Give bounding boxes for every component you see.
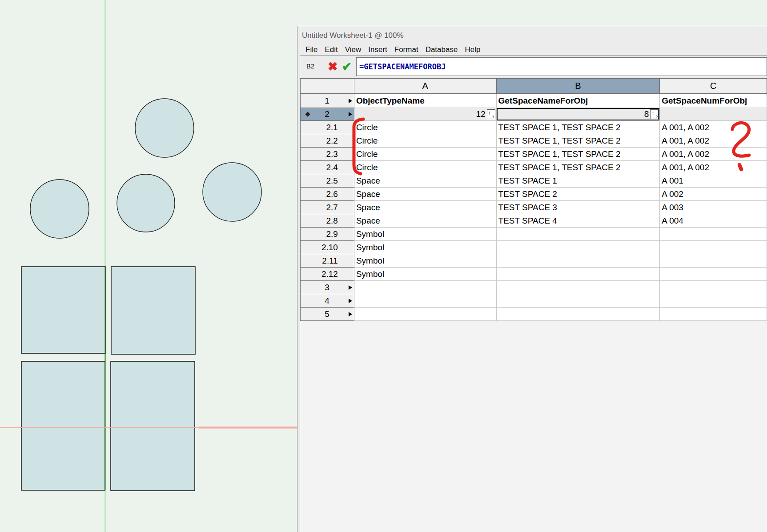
space-rectangle-object[interactable] — [21, 361, 105, 490]
space-rectangle-object[interactable] — [111, 361, 195, 491]
cell-a2[interactable]: 12 ↑ 1 — [354, 108, 497, 121]
cell-object-type[interactable]: Space — [354, 201, 497, 214]
menu-item-edit[interactable]: Edit — [321, 45, 341, 54]
cell-empty[interactable] — [660, 308, 767, 321]
row-header[interactable]: 2.9 — [301, 228, 354, 241]
cell-object-type[interactable]: Symbol — [354, 268, 497, 281]
cell-object-type[interactable]: Circle — [354, 161, 497, 174]
cell-object-type[interactable]: Space — [354, 188, 497, 201]
cell-space-num[interactable]: A 001, A 002 — [660, 148, 767, 161]
cell-object-type[interactable]: Symbol — [354, 228, 497, 241]
cell-space-name[interactable]: TEST SPACE 1, TEST SPACE 2 — [497, 134, 660, 148]
cell-space-num[interactable]: A 002 — [660, 188, 767, 201]
row-header-2[interactable]: 2 — [301, 108, 354, 121]
row-header[interactable]: 2.8 — [301, 214, 354, 228]
cell-space-name[interactable] — [497, 241, 660, 254]
cell-empty[interactable] — [497, 294, 660, 308]
circle-object[interactable] — [30, 180, 89, 238]
row-expand-triangle-icon[interactable] — [349, 285, 352, 290]
column-header-c[interactable]: C — [660, 79, 767, 94]
row-header[interactable]: 2.5 — [301, 174, 354, 188]
formula-input[interactable]: =GETSPACENAMEFOROBJ — [356, 57, 767, 76]
cell-space-name[interactable]: TEST SPACE 3 — [497, 201, 660, 214]
row-header[interactable]: 2.7 — [301, 201, 354, 214]
cell-space-num[interactable]: A 003 — [660, 201, 767, 214]
row-expand-triangle-icon[interactable] — [349, 299, 352, 303]
cell-space-name[interactable]: TEST SPACE 4 — [497, 214, 660, 228]
cell-space-num[interactable]: A 001 — [660, 174, 767, 188]
cell-empty[interactable] — [354, 281, 497, 294]
menu-item-database[interactable]: Database — [422, 45, 462, 54]
row-header[interactable]: 2.1 — [301, 121, 354, 134]
cell-space-num[interactable] — [660, 268, 767, 281]
cell-object-type[interactable]: Circle — [354, 121, 497, 134]
cell-space-name[interactable]: TEST SPACE 1, TEST SPACE 2 — [497, 148, 660, 161]
cell-reference: B2 — [306, 62, 314, 70]
row-header[interactable]: 5 — [301, 308, 354, 321]
sort-ascending-icon[interactable]: ↑ 2 — [650, 109, 659, 119]
row-header[interactable]: 2.11 — [301, 254, 354, 268]
cell-space-name[interactable]: TEST SPACE 1 — [497, 174, 660, 188]
cell-object-type[interactable]: Circle — [354, 134, 497, 148]
cell-space-num[interactable]: A 004 — [660, 214, 767, 228]
row-header[interactable]: 2.6 — [301, 188, 354, 201]
circle-object[interactable] — [117, 174, 175, 232]
cell-a1[interactable]: ObjectTypeName — [354, 94, 497, 108]
circle-object[interactable] — [135, 99, 194, 157]
row-header[interactable]: 3 — [301, 281, 354, 294]
worksheet-titlebar[interactable]: Untitled Worksheet-1 @ 100% — [300, 26, 767, 44]
cell-space-num[interactable] — [660, 241, 767, 254]
row-expand-triangle-icon[interactable] — [349, 312, 352, 316]
cell-object-type[interactable]: Space — [354, 214, 497, 228]
menu-item-insert[interactable]: Insert — [365, 45, 391, 54]
row-header[interactable]: 2.10 — [301, 241, 354, 254]
row-expand-triangle-icon[interactable] — [349, 99, 352, 103]
cell-space-num[interactable]: A 001, A 002 — [660, 134, 767, 148]
column-header-a[interactable]: A — [354, 79, 497, 94]
row-header[interactable]: 2.2 — [301, 134, 354, 148]
cell-space-name[interactable] — [497, 228, 660, 241]
cell-object-type[interactable]: Symbol — [354, 241, 497, 254]
column-header-b[interactable]: B — [497, 79, 660, 94]
menu-item-view[interactable]: View — [341, 45, 365, 54]
cell-c1[interactable]: GetSpaceNumForObj — [660, 94, 767, 108]
cell-space-num[interactable] — [660, 228, 767, 241]
cell-space-name[interactable]: TEST SPACE 2 — [497, 188, 660, 201]
grid-corner-cell[interactable] — [301, 79, 354, 94]
menu-item-format[interactable]: Format — [391, 45, 422, 54]
row-header[interactable]: 4 — [301, 294, 354, 308]
row-expand-triangle-icon[interactable] — [349, 112, 352, 116]
cell-object-type[interactable]: Symbol — [354, 254, 497, 268]
cell-b2-selected[interactable]: 8 ↑ 2 — [497, 108, 660, 121]
cell-space-name[interactable] — [497, 268, 660, 281]
cell-space-num[interactable] — [660, 254, 767, 268]
row-header[interactable]: 2.3 — [301, 148, 354, 161]
space-rectangle-object[interactable] — [111, 267, 195, 354]
cell-space-num[interactable]: A 001, A 002 — [660, 121, 767, 134]
cell-space-num[interactable]: A 001, A 002 — [660, 161, 767, 174]
cell-c2[interactable] — [660, 108, 767, 121]
confirm-formula-icon[interactable]: ✔ — [342, 59, 352, 74]
table-row-1: 1 ObjectTypeName GetSpaceNameForObj GetS… — [301, 94, 767, 108]
sort-ascending-icon[interactable]: ↑ 1 — [487, 109, 495, 119]
cell-empty[interactable] — [497, 308, 660, 321]
menu-item-help[interactable]: Help — [461, 45, 484, 54]
cell-empty[interactable] — [354, 308, 497, 321]
cell-space-name[interactable]: TEST SPACE 1, TEST SPACE 2 — [497, 161, 660, 174]
menu-item-file[interactable]: File — [302, 45, 321, 54]
circle-object[interactable] — [203, 163, 261, 221]
row-header-1[interactable]: 1 — [301, 94, 354, 108]
cell-space-name[interactable] — [497, 254, 660, 268]
cell-empty[interactable] — [497, 281, 660, 294]
cell-b1[interactable]: GetSpaceNameForObj — [497, 94, 660, 108]
row-header[interactable]: 2.12 — [301, 268, 354, 281]
cell-empty[interactable] — [660, 294, 767, 308]
cell-object-type[interactable]: Circle — [354, 148, 497, 161]
cell-object-type[interactable]: Space — [354, 174, 497, 188]
cancel-formula-icon[interactable]: ✖ — [328, 59, 338, 74]
cell-empty[interactable] — [660, 281, 767, 294]
cell-space-name[interactable]: TEST SPACE 1, TEST SPACE 2 — [497, 121, 660, 134]
row-header[interactable]: 2.4 — [301, 161, 354, 174]
cell-empty[interactable] — [354, 294, 497, 308]
space-rectangle-object[interactable] — [21, 267, 105, 353]
